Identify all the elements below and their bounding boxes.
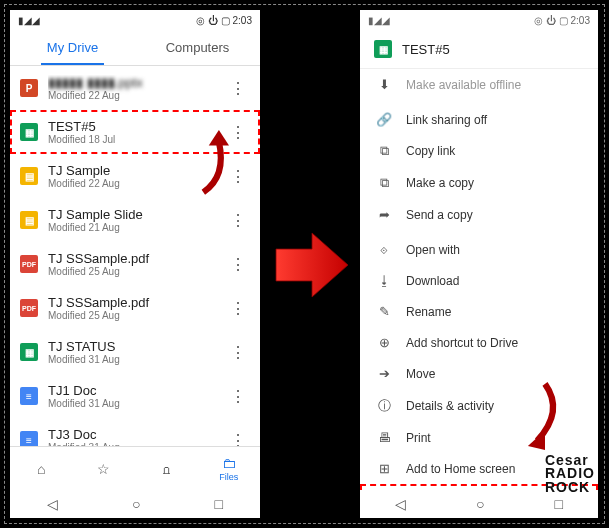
shared-icon: ⩍	[163, 461, 170, 477]
file-row[interactable]: ≡TJ3 DocModified 31 Aug⋮	[10, 418, 260, 446]
menu-icon: 🔗	[376, 112, 392, 127]
file-list[interactable]: P▮▮▮▮▮ ▮▮▮▮.pptxModified 22 Aug⋮▦TEST#5M…	[10, 66, 260, 446]
drive-tabs: My Drive Computers	[10, 30, 260, 66]
file-name: TJ1 Doc	[48, 383, 216, 398]
more-options-button[interactable]: ⋮	[226, 211, 250, 230]
file-info: TJ Sample SlideModified 21 Aug	[48, 207, 216, 233]
status-time: 2:03	[233, 15, 252, 26]
doc-icon: ≡	[20, 387, 38, 405]
menu-item-open-with[interactable]: ⟐Open with	[360, 234, 598, 265]
menu-item-download[interactable]: ⭳Download	[360, 265, 598, 296]
android-nav-bar: ◁ ○ □	[10, 490, 260, 518]
more-options-button[interactable]: ⋮	[226, 255, 250, 274]
file-name: TJ Sample Slide	[48, 207, 216, 222]
file-row[interactable]: ▤TJ Sample SlideModified 21 Aug⋮	[10, 198, 260, 242]
back-icon[interactable]: ◁	[395, 496, 406, 512]
menu-icon: ⊞	[376, 461, 392, 476]
file-info: TJ1 DocModified 31 Aug	[48, 383, 216, 409]
menu-label: Rename	[406, 305, 451, 319]
home-icon: ⌂	[37, 461, 45, 477]
slide-icon: ▤	[20, 167, 38, 185]
file-name: ▮▮▮▮▮ ▮▮▮▮.pptx	[48, 75, 216, 90]
svg-marker-2	[528, 431, 545, 450]
menu-item-copy-link[interactable]: ⧉Copy link	[360, 135, 598, 167]
menu-item-make-a-copy[interactable]: ⧉Make a copy	[360, 167, 598, 199]
menu-label: Open with	[406, 243, 460, 257]
file-modified: Modified 22 Aug	[48, 90, 216, 101]
home-nav-icon[interactable]: ○	[476, 496, 484, 512]
bottom-nav: ⌂ ☆ ⩍ 🗀Files	[10, 446, 260, 490]
menu-item-add-shortcut-to-drive[interactable]: ⊕Add shortcut to Drive	[360, 327, 598, 358]
file-row[interactable]: ▦TJ STATUSModified 31 Aug⋮	[10, 330, 260, 374]
star-icon: ☆	[97, 461, 110, 477]
file-name: TJ STATUS	[48, 339, 216, 354]
more-options-button[interactable]: ⋮	[226, 343, 250, 362]
menu-icon: ⟐	[376, 242, 392, 257]
nav-shared[interactable]: ⩍	[135, 447, 198, 490]
menu-label: Add to Home screen	[406, 462, 515, 476]
sheet-header: ▦ TEST#5	[360, 30, 598, 69]
svg-marker-1	[209, 130, 229, 146]
status-bar: ▮◢◢ ◎ ⏻ ▢2:03	[10, 10, 260, 30]
menu-icon: ⧉	[376, 175, 392, 191]
menu-icon: ⊕	[376, 335, 392, 350]
more-options-button[interactable]: ⋮	[226, 299, 250, 318]
file-info: TJ STATUSModified 31 Aug	[48, 339, 216, 365]
nav-starred[interactable]: ☆	[73, 447, 136, 490]
more-options-button[interactable]: ⋮	[226, 79, 250, 98]
file-modified: Modified 25 Aug	[48, 266, 216, 277]
menu-item-send-a-copy[interactable]: ➦Send a copy	[360, 199, 598, 230]
more-options-button[interactable]: ⋮	[226, 387, 250, 406]
status-bar-right: ▮◢◢ ◎ ⏻ ▢2:03	[360, 10, 598, 30]
file-info: ▮▮▮▮▮ ▮▮▮▮.pptxModified 22 Aug	[48, 75, 216, 101]
slide-icon: ▤	[20, 211, 38, 229]
menu-item-rename[interactable]: ✎Rename	[360, 296, 598, 327]
svg-marker-0	[276, 233, 348, 297]
menu-icon: ⭳	[376, 273, 392, 288]
home-nav-icon[interactable]: ○	[132, 496, 140, 512]
nav-home[interactable]: ⌂	[10, 447, 73, 490]
file-row[interactable]: ≡TJ1 DocModified 31 Aug⋮	[10, 374, 260, 418]
signal-icon: ▮◢◢	[368, 15, 390, 26]
menu-label: Copy link	[406, 144, 455, 158]
menu-label: Move	[406, 367, 435, 381]
menu-icon: ➦	[376, 207, 392, 222]
menu-label: Details & activity	[406, 399, 494, 413]
menu-label: Download	[406, 274, 459, 288]
menu-item-make-available-offline[interactable]: ⬇Make available offline	[360, 69, 598, 100]
tab-my-drive[interactable]: My Drive	[10, 30, 135, 65]
file-row[interactable]: P▮▮▮▮▮ ▮▮▮▮.pptxModified 22 Aug⋮	[10, 66, 260, 110]
status-time: 2:03	[571, 15, 590, 26]
signal-icon: ▮◢◢	[18, 15, 40, 26]
callout-arrow-right-icon	[520, 380, 570, 450]
menu-label: Make a copy	[406, 176, 474, 190]
callout-arrow-left-icon	[190, 130, 240, 200]
recent-icon[interactable]: □	[215, 496, 223, 512]
menu-icon: 🖶	[376, 430, 392, 445]
nav-files-label: Files	[219, 472, 238, 482]
menu-icon: ⧉	[376, 143, 392, 159]
sheets-icon: ▦	[374, 40, 392, 58]
more-options-button[interactable]: ⋮	[226, 431, 250, 447]
tab-computers[interactable]: Computers	[135, 30, 260, 65]
phone-drive-list: ▮◢◢ ◎ ⏻ ▢2:03 My Drive Computers P▮▮▮▮▮ …	[10, 10, 260, 518]
recent-icon[interactable]: □	[555, 496, 563, 512]
pdf-icon: PDF	[20, 299, 38, 317]
file-modified: Modified 31 Aug	[48, 398, 216, 409]
menu-item-link-sharing-off[interactable]: 🔗Link sharing off	[360, 104, 598, 135]
back-icon[interactable]: ◁	[47, 496, 58, 512]
file-name: TJ SSSample.pdf	[48, 295, 216, 310]
watermark-line: ROCK	[545, 481, 595, 494]
file-info: TJ SSSample.pdfModified 25 Aug	[48, 251, 216, 277]
menu-label: Print	[406, 431, 431, 445]
menu-label: Link sharing off	[406, 113, 487, 127]
file-row[interactable]: PDFTJ SSSample.pdfModified 25 Aug⋮	[10, 286, 260, 330]
pptx-icon: P	[20, 79, 38, 97]
nav-files[interactable]: 🗀Files	[198, 447, 261, 490]
transition-arrow-icon	[272, 225, 352, 305]
file-modified: Modified 21 Aug	[48, 222, 216, 233]
sheet-icon: ▦	[20, 123, 38, 141]
file-info: TJ SSSample.pdfModified 25 Aug	[48, 295, 216, 321]
file-row[interactable]: PDFTJ SSSample.pdfModified 25 Aug⋮	[10, 242, 260, 286]
menu-icon: ⬇	[376, 77, 392, 92]
